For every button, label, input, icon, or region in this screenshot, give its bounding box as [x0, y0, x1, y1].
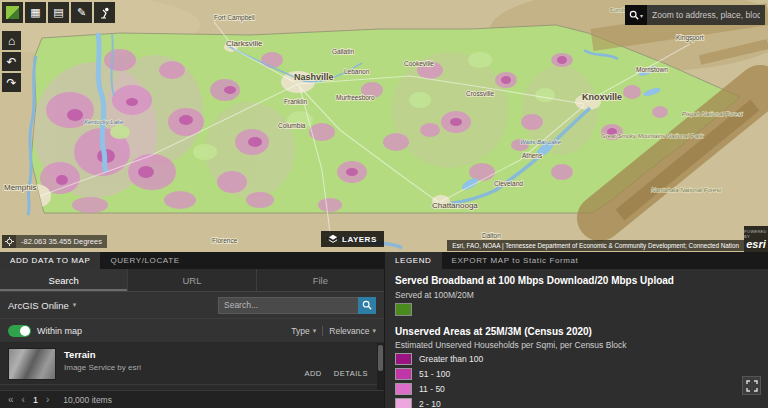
map-label: Knoxville: [582, 92, 622, 102]
tab-query-locate[interactable]: QUERY/LOCATE: [100, 252, 189, 269]
relevance-dropdown-label: Relevance: [329, 326, 369, 336]
unserved-subtitle: Estimated Unserved Households per Sqmi, …: [395, 340, 758, 350]
map-label: Dalton: [482, 232, 501, 239]
unserved-classes: Greater than 100 51 - 100 11 - 50: [395, 353, 758, 408]
relevance-dropdown[interactable]: Relevance ▾: [329, 326, 376, 336]
map-label: Cookeville: [404, 60, 434, 67]
search-icon: [629, 10, 639, 20]
caret-down-icon: ▾: [640, 12, 643, 19]
legend-row: 2 - 10: [395, 398, 758, 408]
within-map-label: Within map: [37, 326, 82, 336]
previous-extent-button[interactable]: ↶: [2, 52, 21, 71]
result-subtitle: Image Service by esri: [64, 363, 296, 372]
panel-search-input[interactable]: [218, 297, 358, 314]
home-icon: ⌂: [8, 34, 15, 48]
geocoder-search-button[interactable]: ▾: [625, 5, 647, 25]
map-label: Fort Campbell: [214, 14, 255, 22]
map-label: Lebanon: [344, 68, 370, 75]
tab-legend[interactable]: LEGEND: [385, 252, 442, 269]
previous-extent-icon: ↶: [6, 55, 16, 69]
basemap-button[interactable]: [2, 2, 23, 23]
map-label: Pisgah National Forest: [682, 111, 743, 117]
app-root: Fort CampbellClarksvilleGallatinNashvill…: [0, 0, 768, 408]
expand-icon: [746, 380, 758, 392]
legend-swatch: [395, 398, 412, 408]
result-item-sentinel: Sentinel-2 Views: [0, 385, 384, 390]
map-label: Franklin: [284, 98, 308, 105]
panel-search-button[interactable]: [358, 297, 376, 314]
type-dropdown[interactable]: Type ▾: [291, 326, 316, 336]
powered-by-label: POWERED BY: [744, 229, 768, 239]
map-attribution: Esri, FAO, NOAA | Tennessee Department o…: [447, 240, 744, 251]
home-button[interactable]: ⌂: [2, 31, 21, 50]
results-pager: « ‹ 1 › 10,000 items: [0, 390, 384, 408]
map-label: Morristown: [636, 66, 668, 73]
map-label: Cleveland: [494, 180, 523, 187]
divider: [322, 326, 323, 336]
map-label: Florence: [212, 237, 238, 244]
add-data-subtabs: Search URL File: [0, 269, 384, 292]
subtab-file[interactable]: File: [257, 269, 384, 291]
pencil-icon: ✎: [77, 6, 86, 19]
map-label: Chattanooga: [432, 201, 478, 210]
subtab-search[interactable]: Search: [0, 269, 128, 291]
legend-panel: LEGEND EXPORT MAP to Static Format Serve…: [385, 252, 768, 408]
legend-swatch: [395, 353, 412, 365]
map-canvas[interactable]: Fort CampbellClarksvilleGallatinNashvill…: [0, 0, 768, 252]
served-label: Served at 100M/20M: [395, 290, 758, 300]
subtab-url[interactable]: URL: [128, 269, 256, 291]
prev-page-button[interactable]: ‹: [22, 395, 25, 405]
caret-down-icon: ▾: [372, 327, 376, 335]
legend-label: 11 - 50: [419, 384, 445, 394]
legend-tabs: LEGEND EXPORT MAP to Static Format: [385, 252, 768, 269]
crosshair-icon[interactable]: [2, 235, 16, 248]
esri-logo[interactable]: POWERED BY esri: [744, 226, 768, 252]
layout-button[interactable]: ▤: [48, 2, 69, 23]
results-count: 10,000 items: [63, 395, 112, 405]
search-results: Terrain Image Service by esri ADD DETAIL…: [0, 343, 384, 390]
layers-button[interactable]: LAYERS: [321, 231, 384, 247]
results-scrollbar[interactable]: [377, 343, 384, 390]
legend-label: Greater than 100: [419, 354, 483, 364]
unserved-title: Unserved Areas at 25M/3M (Census 2020): [395, 326, 758, 339]
result-title: Terrain: [64, 349, 296, 360]
caret-down-icon: ▾: [73, 301, 77, 309]
left-panel-tabs: ADD DATA TO MAP QUERY/LOCATE: [0, 252, 384, 269]
geocoder-input[interactable]: [647, 5, 765, 25]
map-label: Athens: [522, 152, 543, 159]
details-button[interactable]: DETAILS: [334, 369, 368, 378]
basemap-icon: [6, 6, 19, 19]
first-page-button[interactable]: «: [8, 395, 14, 405]
geocoder-search: ▾: [625, 5, 765, 25]
filter-row: Within map Type ▾ Relevance ▾: [0, 318, 384, 343]
next-page-button[interactable]: ›: [46, 395, 49, 405]
current-page: 1: [33, 395, 38, 405]
legend-label: 2 - 10: [419, 399, 441, 408]
expand-button[interactable]: [742, 376, 761, 395]
result-actions: ADD DETAILS: [304, 369, 368, 380]
map-view[interactable]: Fort CampbellClarksvilleGallatinNashvill…: [0, 0, 768, 252]
add-button[interactable]: ADD: [304, 369, 321, 378]
next-extent-button[interactable]: ↷: [2, 73, 21, 92]
layers-icon: [328, 234, 338, 244]
map-label: Gallatin: [332, 48, 354, 55]
map-label: Crossville: [466, 90, 495, 97]
source-dropdown[interactable]: ArcGIS Online ▾: [8, 300, 76, 311]
tab-export-map[interactable]: EXPORT MAP to Static Format: [442, 252, 589, 269]
lamp-button[interactable]: [94, 2, 115, 23]
map-label: Great Smoky Mountains National Park: [601, 133, 704, 139]
source-dropdown-label: ArcGIS Online: [8, 300, 69, 311]
legend-row: Greater than 100: [395, 353, 758, 365]
draw-button[interactable]: ✎: [71, 2, 92, 23]
map-label: Murfreesboro: [336, 94, 375, 101]
map-label: Watts Bar Lake: [520, 139, 562, 145]
map-label: Kentucky Lake: [84, 119, 124, 125]
tab-add-data-to-map[interactable]: ADD DATA TO MAP: [0, 252, 100, 269]
widgets-button[interactable]: ▦: [25, 2, 46, 23]
scrollbar-thumb[interactable]: [378, 345, 383, 371]
within-map-toggle[interactable]: [8, 325, 31, 337]
apps-grid-icon: ▦: [30, 6, 40, 19]
add-data-panel: ADD DATA TO MAP QUERY/LOCATE Search URL …: [0, 252, 385, 408]
map-label: Nashville: [294, 72, 334, 82]
search-icon: [362, 300, 372, 310]
